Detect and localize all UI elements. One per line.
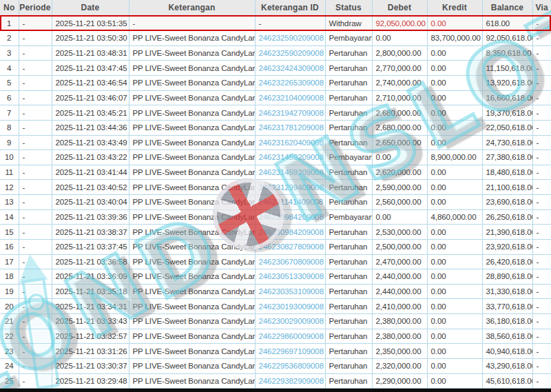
cell-periode: -	[19, 16, 52, 31]
table-row: 6-2025-11-21 03:46:07PP LIVE-Sweet Bonan…	[0, 90, 551, 105]
cell-keterangan: PP LIVE-Sweet Bonanza CandyLand	[129, 209, 255, 225]
keterangan-id-link[interactable]: 246231620409008	[259, 138, 324, 147]
cell-keterangan: -	[129, 16, 255, 31]
cell-kredit: 0.00	[427, 254, 482, 269]
table-body: 1-2025-11-21 03:51:35--Withdraw92,050,00…	[0, 16, 551, 389]
keterangan-id-link[interactable]: 246231942709008	[259, 109, 324, 117]
cell-keterangan: PP LIVE-Sweet Bonanza CandyLand	[129, 61, 255, 76]
cell-status: Pertaruhan	[325, 225, 372, 240]
cell-no: 2	[0, 31, 19, 46]
keterangan-id-link[interactable]: 246232104009008	[259, 94, 324, 102]
cell-status: Pembayaran	[325, 150, 372, 165]
cell-keterangan: PP LIVE-Sweet Bonanza CandyLand	[129, 314, 255, 329]
cell-debet: 2,290,000.00	[372, 373, 427, 389]
cell-no: 23	[0, 344, 19, 359]
transactions-page: No Periode Date Keterangan Keterangan ID…	[0, 0, 551, 392]
table-row: 13-2025-11-21 03:40:04PP LIVE-Sweet Bona…	[0, 195, 551, 210]
cell-periode: -	[19, 373, 52, 389]
cell-periode: -	[19, 299, 52, 314]
cell-no: 4	[0, 61, 19, 76]
keterangan-id-link[interactable]: 246232265309008	[259, 79, 324, 87]
cell-kredit: 0.00	[427, 120, 482, 135]
keterangan-id-link[interactable]: 246230984209008	[259, 213, 324, 221]
cell-periode: -	[19, 225, 52, 240]
keterangan-id-link[interactable]: 246231459209008	[259, 168, 324, 176]
cell-status: Pertaruhan	[325, 45, 372, 61]
cell-periode: -	[19, 150, 52, 165]
cell-via: -	[532, 209, 551, 225]
cell-via: -	[532, 344, 551, 359]
keterangan-id-link[interactable]: 246229536809008	[259, 362, 324, 370]
cell-kredit: 4,860,000.00	[427, 209, 482, 225]
table-row: 25-2025-11-21 03:29:48PP LIVE-Sweet Bona…	[0, 373, 551, 389]
table-row: 12-2025-11-21 03:40:52PP LIVE-Sweet Bona…	[0, 180, 551, 195]
keterangan-id-link[interactable]: 246230827809008	[259, 243, 324, 251]
table-row: 17-2025-11-21 03:36:58PP LIVE-Sweet Bona…	[0, 254, 551, 269]
keterangan-id-link[interactable]: 246229860009008	[259, 332, 324, 340]
cell-keterangan-id: 246231459209008	[255, 150, 325, 165]
cell-keterangan-id: 246231620409008	[255, 135, 325, 150]
cell-date: 2025-11-21 03:44:36	[52, 120, 129, 135]
column-header-keterangan: Keterangan	[129, 0, 255, 16]
cell-via: -	[532, 90, 551, 105]
cell-date: 2025-11-21 03:40:04	[52, 195, 129, 210]
cell-balance: 31,330,618.00	[482, 284, 532, 299]
cell-debet: 2,470,000.00	[372, 254, 427, 269]
keterangan-id-link[interactable]: 246230029009008	[259, 317, 324, 325]
cell-kredit: 0.00	[427, 76, 482, 91]
cell-no: 14	[0, 209, 19, 225]
keterangan-id-link[interactable]: 246232424309008	[259, 64, 324, 72]
cell-keterangan: PP LIVE-Sweet Bonanza CandyLand	[129, 344, 255, 359]
cell-keterangan: PP LIVE-Sweet Bonanza CandyLand	[129, 150, 255, 165]
table-row: 23-2025-11-21 03:31:26PP LIVE-Sweet Bona…	[0, 344, 551, 359]
cell-kredit: 0.00	[427, 135, 482, 150]
cell-status: Pertaruhan	[325, 135, 372, 150]
keterangan-id-link[interactable]: 246229697109008	[259, 347, 324, 355]
table-row: 3-2025-11-21 03:48:31PP LIVE-Sweet Bonan…	[0, 45, 551, 61]
keterangan-id-link[interactable]: 246232590209008	[259, 34, 324, 42]
cell-periode: -	[19, 90, 52, 105]
cell-keterangan-id: 246229860009008	[255, 329, 325, 344]
table-row: 7-2025-11-21 03:45:21PP LIVE-Sweet Bonan…	[0, 105, 551, 121]
keterangan-id-link[interactable]: 246230513309008	[259, 272, 324, 280]
cell-balance: 40,940,618.00	[482, 344, 532, 359]
cell-via: -	[532, 31, 551, 46]
column-header-debet: Debet	[372, 0, 427, 16]
cell-no: 16	[0, 239, 19, 254]
cell-no: 20	[0, 299, 19, 314]
cell-keterangan-id: -	[255, 16, 325, 31]
cell-keterangan: PP LIVE-Sweet Bonanza CandyLand	[129, 45, 255, 61]
keterangan-id-link[interactable]: 246231141409008	[259, 198, 324, 206]
cell-debet: 2,530,000.00	[372, 225, 427, 240]
cell-kredit: 0.00	[427, 195, 482, 210]
keterangan-id-link[interactable]: 246230984209008	[259, 228, 324, 236]
cell-balance: 27,380,618.00	[482, 150, 532, 165]
cell-periode: -	[19, 105, 52, 121]
cell-debet: 2,770,000.00	[372, 61, 427, 76]
keterangan-id-link[interactable]: 246231299409008	[259, 183, 324, 192]
cell-keterangan: PP LIVE-Sweet Bonanza CandyLand	[129, 254, 255, 269]
cell-no: 10	[0, 150, 19, 165]
table-row: 24-2025-11-21 03:30:37PP LIVE-Sweet Bona…	[0, 358, 551, 373]
cell-via: -	[532, 225, 551, 240]
cell-periode: -	[19, 135, 52, 150]
keterangan-id-link[interactable]: 246232590209008	[259, 49, 324, 57]
cell-keterangan-id: 246230353109008	[255, 284, 325, 299]
table-row: 8-2025-11-21 03:44:36PP LIVE-Sweet Bonan…	[0, 120, 551, 135]
table-row: 19-2025-11-21 03:35:18PP LIVE-Sweet Bona…	[0, 284, 551, 299]
cell-keterangan-id: 246232104009008	[255, 90, 325, 105]
keterangan-id-link[interactable]: 246229382909008	[259, 377, 324, 385]
keterangan-id-link[interactable]: 246230193009008	[259, 302, 324, 311]
keterangan-id-link[interactable]: 246230353109008	[259, 287, 324, 296]
table-row: 15-2025-11-21 03:38:37PP LIVE-Sweet Bona…	[0, 225, 551, 240]
cell-no: 9	[0, 135, 19, 150]
transactions-table: No Periode Date Keterangan Keterangan ID…	[0, 0, 551, 389]
cell-keterangan-id: 246229382909008	[255, 373, 325, 389]
keterangan-id-link[interactable]: 246230670809008	[259, 258, 324, 266]
keterangan-id-link[interactable]: 246231781209008	[259, 123, 324, 132]
cell-keterangan: PP LIVE-Sweet Bonanza CandyLand	[129, 195, 255, 210]
cell-status: Pertaruhan	[325, 284, 372, 299]
cell-via: -	[532, 76, 551, 91]
cell-keterangan: PP LIVE-Sweet Bonanza CandyLand	[129, 180, 255, 195]
keterangan-id-link[interactable]: 246231459209008	[259, 153, 324, 161]
